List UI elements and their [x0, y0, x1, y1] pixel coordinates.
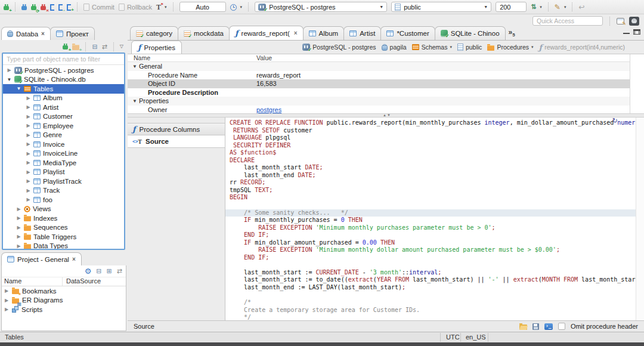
refresh-button[interactable]: ⇅▾ — [531, 4, 542, 10]
undo-icon[interactable]: ↩ — [578, 4, 584, 11]
status-locale[interactable]: en_US — [466, 333, 486, 341]
link-with-editor-icon[interactable]: ⇄ — [102, 44, 107, 50]
splitter[interactable]: ▲▼ — [128, 113, 644, 118]
collapse-all-icon[interactable]: ⊟ — [96, 268, 101, 274]
chevron-down-icon[interactable]: ▾ — [450, 45, 452, 50]
new-connection-icon[interactable]: + — [63, 45, 68, 50]
open-sql-script-icon[interactable]: → — [58, 4, 63, 11]
tree-item-invoiceline[interactable]: ▶InvoiceLine — [3, 149, 124, 159]
collapse-arrow-icon[interactable]: ▼ — [7, 77, 12, 82]
tree-item-foo[interactable]: ▶foo — [3, 195, 124, 205]
dbeaver-perspective-icon[interactable] — [629, 17, 639, 26]
breadcrumb-item-postgresql-postgres[interactable]: PostgreSQL - postgres — [302, 44, 376, 51]
property-row-properties[interactable]: ▼Properties — [128, 97, 644, 106]
breadcrumb-item-rewards-report-int4-numeric-[interactable]: ƒrewards_report(int4,numeric) — [539, 44, 625, 51]
maximize-icon[interactable] — [633, 29, 639, 35]
minimize-icon[interactable] — [623, 33, 628, 35]
chevron-down-icon[interactable]: ▾ — [531, 45, 534, 50]
editor-tab-rewards-report-[interactable]: ƒrewards_report(× — [229, 26, 304, 40]
expand-arrow-icon[interactable]: ▶ — [16, 225, 21, 230]
reconnect-icon[interactable]: ⟳ — [31, 6, 36, 10]
expand-arrow-icon[interactable]: ▶ — [4, 307, 9, 312]
tree-item-table-triggers[interactable]: ▶Table Triggers — [3, 232, 124, 242]
console-icon[interactable] — [544, 323, 553, 330]
expand-arrow-icon[interactable]: ▶ — [16, 215, 21, 221]
subtab-procedure-columns[interactable]: ƒProcedure Columns — [128, 123, 225, 135]
sash-handle-icon[interactable]: ▲▼ — [383, 113, 391, 117]
connect-icon[interactable] — [21, 6, 27, 10]
property-row-procedure-name[interactable]: Procedure Namerewards_report — [128, 71, 644, 80]
editor-tab-sqlite-chinoo[interactable]: SQLite - Chinoo — [435, 26, 506, 40]
open-file-icon[interactable] — [519, 325, 527, 330]
close-icon[interactable]: × — [294, 30, 298, 36]
breadcrumb-item-schemas[interactable]: Schemas▾ — [412, 44, 452, 51]
fetch-size-input[interactable] — [496, 2, 527, 12]
expand-arrow-icon[interactable]: ▶ — [16, 243, 21, 249]
tree-item-genre[interactable]: ▶Genre — [3, 131, 124, 140]
property-row-procedure-description[interactable]: Procedure Description — [128, 88, 644, 97]
expand-arrow-icon[interactable]: ▶ — [26, 104, 31, 110]
column-name[interactable]: Name — [128, 54, 246, 61]
tree-item-employee[interactable]: ▶Employee — [3, 121, 124, 131]
expand-arrow-icon[interactable]: ▶ — [26, 141, 31, 147]
gear-icon[interactable]: ⚙ — [85, 267, 92, 275]
tree-item-artist[interactable]: ▶Artist — [3, 103, 124, 112]
expand-arrow-icon[interactable]: ▶ — [26, 114, 31, 119]
property-value[interactable]: postgres — [246, 106, 281, 113]
breadcrumb-item-procedures[interactable]: Procedures▾ — [487, 44, 533, 51]
tab-database-navigator[interactable]: Databa× — [1, 27, 51, 40]
tree-item-album[interactable]: ▶Album — [3, 94, 124, 103]
disconnect-icon[interactable]: × — [41, 6, 46, 10]
project-item-er-diagrams[interactable]: ▶ER Diagrams — [2, 296, 126, 305]
generate-sql-button[interactable]: ✎▾ — [555, 4, 566, 11]
expand-arrow-icon[interactable]: ▶ — [4, 298, 9, 303]
active-connection-combo[interactable]: PostgreSQL - postgres▼ — [255, 2, 387, 12]
editor-tab-album[interactable]: Album — [303, 26, 345, 40]
tree-item-tables[interactable]: ▼Tables — [3, 84, 124, 94]
expand-arrow-icon[interactable]: ▶ — [26, 197, 31, 202]
collapse-arrow-icon[interactable]: ▼ — [132, 98, 137, 104]
tree-item-sqlite-chinook-db[interactable]: ▼SQLite - Chinook.db — [3, 75, 124, 85]
editor-tab--customer[interactable]: *Customer — [380, 26, 435, 40]
tab-overflow-chevron[interactable]: »5 — [509, 28, 515, 38]
close-icon[interactable]: × — [72, 257, 76, 262]
property-row-general[interactable]: ▼General — [128, 62, 644, 71]
tree-item-views[interactable]: ▶Views — [3, 205, 124, 214]
status-timezone[interactable]: UTC — [446, 333, 460, 341]
expand-arrow-icon[interactable]: ▶ — [4, 288, 9, 294]
expand-arrow-icon[interactable]: ▶ — [7, 67, 12, 73]
transaction-history-button[interactable]: ▾ — [230, 4, 243, 11]
new-connection-icon[interactable]: + — [4, 6, 9, 10]
collapse-arrow-icon[interactable]: ▼ — [16, 86, 21, 91]
active-schema-combo[interactable]: public▼ — [391, 2, 491, 12]
expand-arrow-icon[interactable]: ▶ — [16, 234, 21, 239]
refresh-icon[interactable]: ↻ — [612, 118, 618, 124]
expand-arrow-icon[interactable]: ▶ — [26, 151, 31, 156]
editor-tab-artist[interactable]: Artist — [343, 26, 381, 40]
link-with-editor-icon[interactable]: ⇄ — [117, 268, 122, 274]
editor-tab-mockdata[interactable]: mockdata — [178, 26, 230, 40]
tab-properties[interactable]: ƒProperties — [131, 41, 182, 54]
commit-button[interactable]: Commit — [83, 4, 114, 11]
commit-mode-combo[interactable]: Auto — [179, 2, 226, 12]
tree-item-data-types[interactable]: ▶Data Types — [3, 242, 124, 251]
new-sql-script-icon[interactable]: + — [67, 4, 71, 11]
expand-arrow-icon[interactable]: ▶ — [26, 160, 31, 165]
sql-editor-icon[interactable] — [50, 4, 54, 11]
save-icon[interactable] — [532, 323, 539, 330]
column-value[interactable]: Value — [246, 54, 272, 61]
tab-projects[interactable]: Проект — [50, 27, 95, 40]
close-icon[interactable]: × — [41, 31, 45, 37]
expand-all-icon[interactable]: ⊞ — [107, 268, 112, 274]
open-perspective-icon[interactable] — [617, 18, 624, 24]
collapse-all-icon[interactable]: ⊟ — [92, 44, 97, 50]
object-filter-input[interactable] — [3, 54, 124, 65]
column-datasource[interactable]: DataSource — [63, 277, 101, 286]
tree-item-playlisttrack[interactable]: ▶PlaylistTrack — [3, 177, 124, 186]
breadcrumb-item-pagila[interactable]: pagila — [382, 44, 407, 51]
view-menu-icon[interactable]: ▽ — [120, 44, 123, 49]
property-row-owner[interactable]: Ownerpostgres — [128, 106, 644, 115]
source-editor[interactable]: CREATE OR REPLACE FUNCTION public.reward… — [225, 118, 644, 320]
new-folder-icon[interactable]: + — [72, 45, 79, 50]
properties-scroll-ruler[interactable] — [630, 54, 644, 114]
